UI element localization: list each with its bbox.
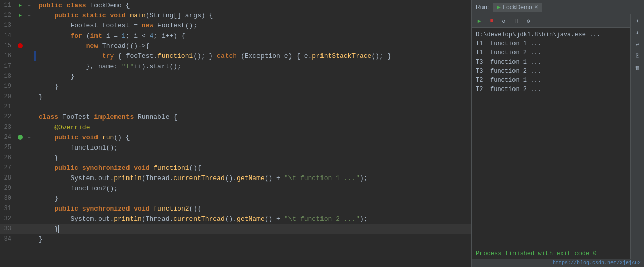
run-button[interactable]: ▶ — [474, 15, 485, 26]
run-arrow-gutter — [15, 135, 25, 140]
token-plain: System.out. — [39, 174, 114, 182]
fold-gutter[interactable]: – — [25, 114, 34, 120]
output-lines: T1function 1 ...T1function 2 ...T3functi… — [476, 39, 626, 94]
code-line-24: 24– public void run() { — [0, 132, 471, 142]
line-content: public static void main(String[] args) { — [36, 12, 471, 19]
line-number: 27 — [0, 164, 15, 171]
copy-button[interactable]: ⎘ — [632, 50, 643, 62]
token-fn: function1 — [157, 52, 193, 60]
line-number: 22 — [0, 113, 15, 121]
token-kw: void — [82, 134, 98, 141]
finished-message: Process finished with exit code 0 — [476, 250, 597, 257]
token-str: "\t function 2 ..." — [284, 215, 360, 223]
line-number: 23 — [0, 124, 15, 131]
line-number: 20 — [0, 93, 15, 100]
code-line-29: 29 function2(); — [0, 183, 471, 193]
code-line-34: 34} — [0, 234, 471, 244]
output-text: function 2 ... — [490, 85, 541, 94]
token-plain — [39, 12, 54, 19]
token-kw: class — [67, 2, 86, 9]
line-content: System.out.println(Thread.currentThread(… — [36, 174, 471, 182]
wrap-button[interactable]: ↩ — [632, 39, 643, 50]
clear-button[interactable]: 🗑 — [632, 62, 643, 73]
rerun-button[interactable]: ↺ — [498, 15, 509, 26]
token-fn: currentThread — [173, 215, 224, 223]
token-kw: public — [54, 12, 78, 19]
token-plain: FooTest — [58, 113, 94, 121]
token-kw: implements — [94, 113, 134, 121]
line-number: 13 — [0, 22, 15, 29]
token-kw: synchronized — [82, 164, 130, 172]
editor-panel: 11▶–public class LockDemo {12▶– public s… — [0, 0, 471, 267]
run-output-line: T1function 1 ... — [476, 39, 626, 48]
token-plain: }, — [39, 63, 98, 70]
token-plain — [98, 134, 102, 141]
fold-gutter[interactable]: – — [25, 135, 34, 140]
run-arrow-gutter: ▶ — [15, 12, 25, 18]
token-kw: for — [70, 32, 82, 40]
run-toolbar: ▶ ■ ↺ ⏸ ⚙ — [472, 14, 630, 28]
token-plain: } — [39, 83, 58, 91]
line-number: 15 — [0, 42, 15, 49]
run-panel: Run: ▶ LockDemo ✕ ▶ ■ ↺ ⏸ ⚙ D:\develop\j… — [471, 0, 644, 267]
token-plain: } — [39, 154, 58, 162]
token-plain: i = — [102, 32, 122, 40]
line-number: 17 — [0, 63, 15, 70]
fold-gutter[interactable]: – — [25, 206, 34, 212]
token-kw: static — [82, 12, 106, 19]
code-line-18: 18 } — [0, 71, 471, 81]
token-plain: (); } — [193, 52, 217, 60]
fold-gutter[interactable]: – — [25, 165, 34, 171]
line-number: 18 — [0, 73, 15, 80]
token-fn: printStackTrace — [312, 52, 371, 60]
code-area: 11▶–public class LockDemo {12▶– public s… — [0, 0, 471, 267]
scroll-up-button[interactable]: ⬆ — [632, 15, 643, 26]
line-content: FooTest fooTest = new FooTest(); — [36, 22, 471, 29]
line-number: 25 — [0, 144, 15, 151]
blue-bar — [34, 102, 36, 112]
token-plain: () { — [114, 134, 130, 141]
token-plain: ( — [82, 32, 90, 40]
line-content: }, name: "T"+i).start(); — [36, 63, 471, 70]
token-plain — [39, 164, 54, 172]
code-line-17: 17 }, name: "T"+i).start(); — [0, 61, 471, 71]
line-number: 24 — [0, 134, 15, 141]
token-kw: new — [86, 42, 98, 50]
run-tab[interactable]: ▶ LockDemo ✕ — [493, 3, 542, 12]
fold-gutter[interactable]: – — [25, 13, 34, 18]
settings-button[interactable]: ⚙ — [523, 15, 534, 26]
line-content: try { fooTest.function1(); } catch (Exce… — [36, 52, 471, 60]
token-plain — [39, 42, 86, 50]
code-line-28: 28 System.out.println(Thread.currentThre… — [0, 173, 471, 183]
thread-name: T1 — [476, 48, 486, 57]
token-plain: (){ — [189, 164, 201, 172]
code-line-23: 23 @Override — [0, 122, 471, 132]
close-icon[interactable]: ✕ — [534, 4, 538, 10]
code-line-11: 11▶–public class LockDemo { — [0, 0, 471, 10]
token-fn: function1 — [153, 164, 189, 172]
scroll-down-button[interactable]: ⬇ — [632, 27, 643, 38]
token-str: "\t function 1 ..." — [284, 174, 360, 182]
fold-gutter[interactable]: – — [25, 3, 34, 8]
stop-button[interactable]: ■ — [486, 15, 497, 26]
token-fn: println — [114, 174, 142, 182]
token-fn: getName — [237, 174, 265, 182]
run-footer: Process finished with exit code 0 — [472, 248, 630, 259]
breakpoint-red-icon[interactable] — [18, 43, 23, 48]
run-tab-icon: ▶ — [497, 4, 501, 10]
pause-button[interactable]: ⏸ — [510, 15, 522, 26]
token-plain — [39, 52, 102, 60]
breakpoint-green-icon[interactable] — [18, 135, 23, 140]
run-line-java: D:\develop\jdk1.8\bin\java.exe ... — [476, 30, 626, 39]
token-kw: int — [90, 32, 102, 40]
token-plain: FooTest(); — [153, 22, 197, 29]
token-num: 1 — [122, 32, 126, 40]
line-number: 32 — [0, 215, 15, 222]
token-fn: println — [114, 215, 142, 223]
token-kw2: catch — [217, 52, 237, 60]
token-fn: main — [130, 12, 146, 19]
line-content: } — [36, 73, 471, 80]
code-line-27: 27– public synchronized void function1()… — [0, 163, 471, 173]
token-plain: (). — [225, 215, 237, 223]
token-plain: ; i++) { — [153, 32, 185, 40]
